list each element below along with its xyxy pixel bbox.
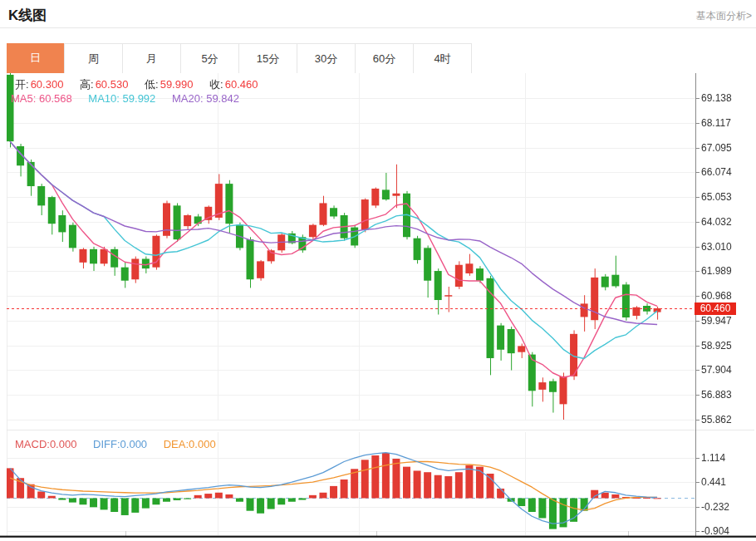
price-axis-label: 66.074 <box>701 166 732 178</box>
close-value: 60.460 <box>225 78 258 91</box>
dea-value-legend: DEA:0.000 <box>164 438 216 450</box>
ma5-legend: MA5: 60.568 <box>11 92 72 105</box>
price-axis-label: 67.095 <box>701 142 732 154</box>
price-axis-label: 61.989 <box>701 265 732 277</box>
price-axis-label: 63.010 <box>701 241 732 253</box>
price-axis-label: 0.441 <box>701 476 726 488</box>
low-value: 59.990 <box>160 78 194 91</box>
macd-value-legend: MACD:0.000 <box>15 438 76 450</box>
price-axis-label: 68.117 <box>701 117 731 129</box>
price-axis-label: 1.114 <box>701 452 725 464</box>
price-axis-label: -0.904 <box>701 525 729 537</box>
diff-value-legend: DIFF:0.000 <box>93 438 147 450</box>
price-axis-label: 64.032 <box>701 216 732 228</box>
close-label: 收: <box>209 78 223 91</box>
open-label: 开: <box>15 78 29 91</box>
price-axis-label: 57.904 <box>701 364 732 376</box>
high-label: 高: <box>80 78 94 91</box>
price-axis-label: 59.947 <box>701 315 732 327</box>
ma10-legend: MA10: 59.992 <box>88 92 155 105</box>
price-axis-label: 55.862 <box>701 414 732 425</box>
price-axis-label: -0.232 <box>701 501 729 513</box>
price-axis-label: 69.138 <box>701 92 732 104</box>
price-axis-label: 56.883 <box>701 389 732 401</box>
macd-legend: MACD:0.000 DIFF:0.000 DEA:0.000 <box>15 438 229 450</box>
ma-legend: MA5: 60.568 MA10: 59.992 MA20: 59.842 <box>11 92 253 105</box>
high-value: 60.530 <box>96 78 129 91</box>
low-label: 低: <box>145 78 159 91</box>
current-price-badge: 60.460 <box>695 302 736 315</box>
price-axis-label: 60.968 <box>701 290 732 302</box>
price-axis-label: 65.053 <box>701 191 732 203</box>
ma20-legend: MA20: 59.842 <box>172 92 239 105</box>
ohlc-legend: 开:60.300 高:60.530 低:59.990 收:60.460 <box>15 77 271 92</box>
open-value: 60.300 <box>31 78 64 91</box>
price-axis-label: 58.925 <box>701 340 732 352</box>
